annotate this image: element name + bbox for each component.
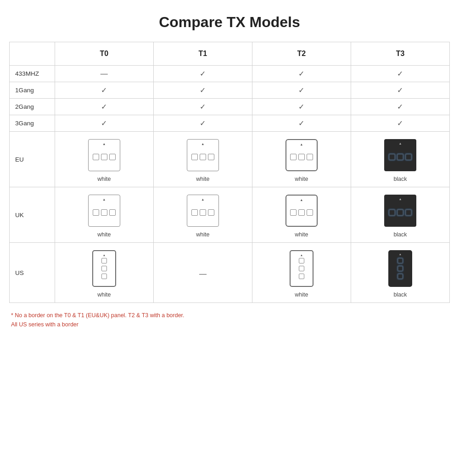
wifi-icon: ▲ xyxy=(102,142,106,146)
switch-color-label: black xyxy=(393,291,407,298)
switch-color-label: white xyxy=(196,231,209,238)
switch-btn xyxy=(191,209,198,216)
check-icon: ✓ xyxy=(200,86,206,94)
cell-t3-eu: ▲ black xyxy=(351,132,449,187)
cell-t3-uk: ▲ black xyxy=(351,187,449,243)
switch-us-white-t0: ▲ xyxy=(92,250,116,287)
wifi-icon: ▲ xyxy=(103,253,106,257)
col-header-t0: T0 xyxy=(55,42,153,66)
wifi-icon: ▲ xyxy=(300,253,303,257)
switch-buttons xyxy=(93,154,116,160)
wifi-icon: ▲ xyxy=(102,197,106,202)
cell-t1-433: ✓ xyxy=(153,66,252,82)
switch-color-label: black xyxy=(393,231,407,238)
dash-icon: — xyxy=(199,270,207,278)
cell-t1-us: — xyxy=(153,243,252,303)
switch-btn xyxy=(389,154,395,160)
check-icon: ✓ xyxy=(200,119,206,127)
switch-btn xyxy=(101,209,107,216)
switch-btn xyxy=(405,209,412,216)
switch-us-black-t3: ▲ xyxy=(388,250,412,287)
switch-wrapper: ▲ black xyxy=(355,195,446,238)
cell-t1-3gang: ✓ xyxy=(153,115,252,132)
switch-wrapper: ▲ white xyxy=(59,139,150,182)
check-icon: ✓ xyxy=(397,119,403,127)
switch-btn xyxy=(307,209,313,216)
table-row-uk: UK ▲ white ▲ xyxy=(10,187,450,243)
switch-wrapper: ▲ black xyxy=(355,139,446,182)
table-row: 1Gang ✓ ✓ ✓ ✓ xyxy=(10,82,450,99)
col-header-t2: T2 xyxy=(252,42,351,66)
footnote: * No a border on the T0 & T1 (EU&UK) pan… xyxy=(9,311,450,330)
row-label-1gang: 1Gang xyxy=(10,82,55,99)
footnote-line2: All US series with a border xyxy=(11,321,78,328)
switch-btn xyxy=(299,274,304,279)
col-header-t3: T3 xyxy=(351,42,449,66)
cell-t1-2gang: ✓ xyxy=(153,99,252,115)
table-row-us: US ▲ white — xyxy=(10,243,450,303)
switch-buttons xyxy=(290,209,313,216)
switch-btn xyxy=(299,258,304,263)
switch-btn xyxy=(208,154,214,160)
switch-btn xyxy=(397,209,403,216)
cell-t3-1gang: ✓ xyxy=(351,82,449,99)
wifi-icon: ▲ xyxy=(398,141,402,146)
cell-t0-eu: ▲ white xyxy=(55,132,153,187)
cell-t1-uk: ▲ white xyxy=(153,187,252,243)
switch-btn xyxy=(397,266,403,271)
switch-btn xyxy=(191,154,198,160)
switch-buttons xyxy=(290,154,313,160)
col-header-t1: T1 xyxy=(153,42,252,66)
row-label-2gang: 2Gang xyxy=(10,99,55,115)
switch-btn xyxy=(101,258,107,263)
cell-t2-uk: ▲ white xyxy=(252,187,351,243)
cell-t2-us: ▲ white xyxy=(252,243,351,303)
row-label-uk: UK xyxy=(10,187,55,243)
switch-color-label: white xyxy=(196,176,209,182)
switch-wrapper: — xyxy=(157,270,248,278)
wifi-icon: ▲ xyxy=(300,198,303,202)
switch-btn xyxy=(405,154,412,160)
page-title: Compare TX Models xyxy=(9,14,450,31)
cell-t3-3gang: ✓ xyxy=(351,115,449,132)
switch-wrapper: ▲ white xyxy=(157,195,248,238)
dash-icon: — xyxy=(101,70,108,78)
switch-btn xyxy=(208,209,214,216)
cell-t3-us: ▲ black xyxy=(351,243,449,303)
table-row: 3Gang ✓ ✓ ✓ ✓ xyxy=(10,115,450,132)
switch-wrapper: ▲ white xyxy=(157,139,248,182)
switch-eu-white-t2: ▲ xyxy=(285,139,318,171)
switch-color-label: white xyxy=(295,231,308,238)
check-icon: ✓ xyxy=(397,70,403,78)
check-icon: ✓ xyxy=(200,70,206,78)
switch-btn xyxy=(109,209,116,216)
check-icon: ✓ xyxy=(397,86,403,94)
cell-t0-2gang: ✓ xyxy=(55,99,153,115)
switch-wrapper: ▲ white xyxy=(256,250,347,298)
switch-color-label: white xyxy=(97,176,111,182)
switch-btn xyxy=(307,154,313,160)
switch-wrapper: ▲ white xyxy=(59,195,150,238)
check-icon: ✓ xyxy=(298,119,304,127)
cell-t0-1gang: ✓ xyxy=(55,82,153,99)
switch-btn xyxy=(290,154,297,160)
switch-btn xyxy=(298,209,305,216)
switch-color-label: white xyxy=(97,291,111,298)
switch-btn xyxy=(290,209,297,216)
switch-buttons xyxy=(93,209,116,216)
switch-btn xyxy=(397,258,403,263)
col-header-empty xyxy=(10,42,55,66)
switch-btn xyxy=(299,266,304,271)
switch-buttons xyxy=(191,154,214,160)
cell-t2-2gang: ✓ xyxy=(252,99,351,115)
cell-t1-eu: ▲ white xyxy=(153,132,252,187)
cell-t3-433: ✓ xyxy=(351,66,449,82)
check-icon: ✓ xyxy=(101,86,107,94)
check-icon: ✓ xyxy=(101,103,107,111)
wifi-icon: ▲ xyxy=(300,142,303,146)
switch-eu-white-t0: ▲ xyxy=(88,139,120,171)
switch-eu-white-t1: ▲ xyxy=(187,139,219,171)
switch-wrapper: ▲ white xyxy=(256,195,347,238)
switch-btn xyxy=(298,154,305,160)
wifi-icon: ▲ xyxy=(201,142,204,146)
